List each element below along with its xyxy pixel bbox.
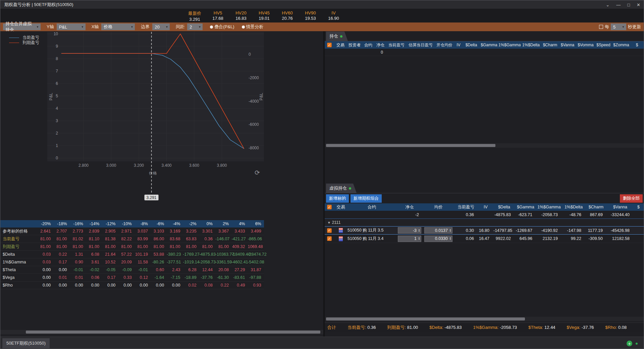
- scrollbar-thumb[interactable]: [326, 317, 525, 320]
- avg-price-stepper[interactable]: 0.0137▲▼: [424, 227, 452, 234]
- scenario-row-current-pnl: 当前盈亏81.0081.0081.0281.1081.3882.2283.998…: [0, 235, 264, 243]
- virtual-summary-row: -20.36-4875.83-623.71-2058.73-48.76867.6…: [325, 211, 644, 219]
- scenario-cell: 0.12: [135, 275, 151, 280]
- close-icon[interactable]: ✕: [637, 2, 640, 7]
- scenario-cell: -1019.14: [183, 260, 199, 264]
- scenario-cell: 63.83: [183, 237, 199, 241]
- virtual-summary-cell: -2: [396, 212, 423, 217]
- scenario-cell: -0.05: [102, 267, 118, 272]
- positions-col-header: $Charm: [541, 43, 559, 47]
- scenario-analysis-radio[interactable]: 情景分析: [242, 24, 264, 30]
- left-axis-tick: 7: [56, 69, 58, 73]
- positions-col-header: $Gamma: [480, 43, 498, 47]
- virtual-header-row: ✓交易合约净仓均价当前盈亏IV$Delta$Gamma1%$Gamma1%$De…: [325, 203, 644, 211]
- left-axis-tick: 1: [56, 143, 58, 148]
- x-axis-tick: 3.800: [217, 163, 227, 168]
- scenario-cell: 0.22: [215, 283, 231, 288]
- virtual-scrollbar[interactable]: [325, 317, 644, 321]
- scenario-cell: -421.27: [231, 237, 248, 241]
- row-checkbox[interactable]: ✓: [327, 228, 332, 233]
- virtual-cell: 1177.19: [585, 228, 607, 233]
- scenario-cell: 6.08: [86, 252, 102, 257]
- spinner-arrows-icon[interactable]: ▲▼: [448, 237, 452, 240]
- chart-refresh-icon[interactable]: ⟳: [255, 169, 260, 177]
- status-tab-50etf[interactable]: 50ETF期权(510050): [2, 338, 50, 348]
- chevron-down-icon: ▼: [198, 26, 201, 29]
- scrollbar-thumb[interactable]: [26, 331, 320, 334]
- virtual-cell: 0.30: [454, 228, 478, 233]
- spinner-arrows-icon[interactable]: ▲▼: [417, 237, 421, 240]
- virtual-cell: -147.98: [562, 228, 585, 233]
- total-label: $Theta:: [528, 325, 543, 330]
- spinner-arrows-icon[interactable]: ▲▼: [448, 229, 452, 232]
- interval-select[interactable]: 2▼: [187, 23, 203, 30]
- scenario-row-label: 1%$Gamma: [0, 260, 37, 264]
- refresh-interval-select[interactable]: 5▼: [611, 23, 626, 30]
- refresh-suffix-label: 秒更新: [628, 24, 641, 30]
- select-all-checkbox[interactable]: ✓: [327, 43, 332, 47]
- positions-col-header: 1%$Gamma: [498, 43, 521, 47]
- stat-value: 20.76: [276, 16, 299, 21]
- virtual-summary-cell: -33244.40: [607, 212, 634, 217]
- virtual-select-all-checkbox[interactable]: ✓: [327, 205, 332, 209]
- tab-positions[interactable]: 持仓: [326, 32, 348, 41]
- virtual-position-row[interactable]: ✓510050 购 11月 3.5-3▲▼0.0137▲▼0.3016.80-1…: [325, 226, 644, 235]
- left-axis-tick: 9: [56, 44, 58, 49]
- scenario-cell: 1069.48: [248, 244, 264, 249]
- positions-col-header: $Vanna: [559, 43, 576, 47]
- auto-refresh-checkbox[interactable]: [599, 25, 603, 29]
- positions-col-header: 净仓: [374, 42, 386, 48]
- add-option-combo-button[interactable]: 新增期权组合: [351, 194, 382, 203]
- total-value: 0.08: [618, 325, 627, 330]
- delete-all-button[interactable]: 删除全部: [620, 194, 643, 203]
- boundary-select[interactable]: 20▼: [152, 23, 170, 30]
- left-axis-tick: 8: [56, 56, 58, 61]
- row-checkbox[interactable]: ✓: [327, 236, 332, 241]
- scenario-header-row: -20%-18%-16%-14%-12%-10%-8%-6%-4%-2%0%2%…: [0, 220, 264, 228]
- pin-menu-icon[interactable]: ⌄: [606, 2, 609, 7]
- net-position-stepper[interactable]: 1▲▼: [398, 236, 421, 242]
- y-axis-label: Y轴: [47, 24, 54, 30]
- positions-col-header: IV: [454, 43, 463, 47]
- avg-price-stepper[interactable]: 0.0330▲▼: [424, 236, 452, 242]
- x-axis-select[interactable]: 价格▼: [101, 23, 135, 30]
- total-value: -2058.73: [500, 325, 517, 330]
- virtual-group-row[interactable]: ▼ 2111: [325, 219, 644, 226]
- virtual-summary-cell: -2058.73: [536, 212, 562, 217]
- maximize-icon[interactable]: □: [627, 2, 630, 7]
- x-axis-tick: 3.000: [106, 163, 116, 168]
- add-underlying-button[interactable]: 新增标的: [326, 194, 349, 203]
- scenario-cell: 81.10: [86, 237, 102, 241]
- overlay-pnl-radio[interactable]: 叠合(P&L): [210, 24, 234, 30]
- scenario-cell: 0.00: [118, 283, 134, 288]
- scenario-cell: 81.00: [37, 237, 53, 241]
- x-axis-label: X轴: [92, 24, 99, 30]
- stat-最新价: 最新价3.291: [183, 9, 206, 22]
- virtual-position-row[interactable]: ✓510050 购 11月 3.41▲▼0.0330▲▼0.0616.47992…: [325, 235, 644, 243]
- scenario-cell: 101.19: [135, 252, 151, 257]
- add-tab-icon[interactable]: +: [627, 341, 632, 346]
- total-theta: $Theta: 12.44: [528, 325, 555, 330]
- minimize-icon[interactable]: —: [616, 2, 621, 7]
- spinner-arrows-icon[interactable]: ▲▼: [417, 229, 421, 232]
- scenario-cell: -3361.59: [215, 260, 231, 264]
- positions-scrollbar[interactable]: [325, 143, 644, 148]
- virtual-col-header: 交易: [334, 204, 347, 210]
- positions-col-header: 投资者: [347, 42, 362, 48]
- scenario-cell: -5402.08: [248, 260, 264, 264]
- virtual-cell: 2132.19: [536, 236, 562, 241]
- scrollbar-thumb[interactable]: [326, 144, 495, 147]
- scenario-col-header: -18%: [53, 221, 69, 226]
- bottom-scrollbar[interactable]: [0, 330, 323, 334]
- position-mode-select[interactable]: 持仓合并虚拟持仓▼: [3, 23, 41, 30]
- virtual-table: ✓交易合约净仓均价当前盈亏IV$Delta$Gamma1%$Gamma1%$De…: [325, 203, 644, 243]
- scenario-cell: -146.07: [215, 237, 231, 241]
- tab-virtual-positions[interactable]: 虚拟持仓: [326, 184, 357, 193]
- net-position-stepper[interactable]: -3▲▼: [398, 227, 421, 234]
- scenario-cell: -97.88: [248, 275, 264, 280]
- scenario-cell: 3.367: [215, 229, 231, 234]
- scenario-col-header: -10%: [118, 221, 134, 226]
- scenario-table: -20%-18%-16%-14%-12%-10%-8%-6%-4%-2%0%2%…: [0, 220, 264, 289]
- scenario-cell: 3.499: [248, 229, 264, 234]
- y-axis-select[interactable]: P&L▼: [57, 23, 86, 30]
